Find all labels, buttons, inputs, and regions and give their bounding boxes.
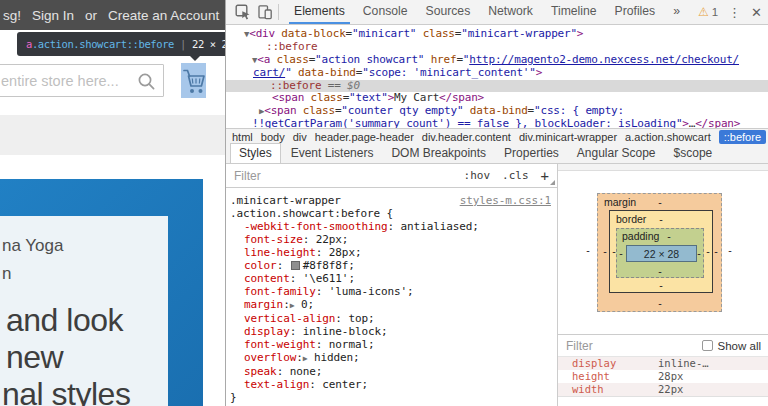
tree-row[interactable]: ▼<div data-block="minicart" class="minic… [226,28,768,41]
toggle-hover-state-button[interactable]: :hov [464,169,491,182]
stylesheet-link[interactable]: styles-m.css:1 [460,194,551,207]
expand-arrow-icon[interactable]: ▶ [290,301,295,310]
sidebar-tab-eventlisteners[interactable]: Event Listeners [283,144,382,163]
sidebar-tab-properties[interactable]: Properties [496,144,567,163]
tooltip-selector: .action.showcart::before [32,38,174,50]
color-swatch[interactable] [291,261,300,270]
style-property[interactable]: vertical-align: top; [230,312,553,325]
styles-filter-row: Filter :hov .cls + [226,164,557,188]
show-all-checkbox[interactable] [702,340,713,351]
sidebar-tab-angularscope[interactable]: Angular Scope [569,144,664,163]
device-toolbar-icon[interactable] [254,0,276,24]
toggle-class-button[interactable]: .cls [502,169,529,182]
tab-[interactable]: » [664,0,689,24]
breadcrumb-item[interactable]: div [293,131,307,143]
styles-filter-input[interactable]: Filter [234,169,261,183]
computed-row[interactable]: displayinline-… [558,357,768,370]
new-style-rule-button[interactable]: + [541,168,549,184]
screenshot-root: sg! Sign In or Create an Account a.actio… [0,0,768,406]
breadcrumb-item[interactable]: body [261,131,285,143]
padding-right-dash[interactable]: - [697,247,701,259]
css-selector-line2[interactable]: .action.showcart:before { [230,207,553,220]
welcome-text: sg! [3,8,21,23]
computed-row[interactable]: height28px [558,370,768,383]
devtools-close-icon[interactable]: ✕ [751,5,762,20]
position-right-dash[interactable]: - [728,244,732,256]
create-account-link[interactable]: Create an Account [108,8,219,23]
page-topbar: sg! Sign In or Create an Account [0,0,225,30]
expand-arrow-icon[interactable]: ▶ [303,354,308,363]
margin-left-dash[interactable]: - [603,245,607,257]
tab-console[interactable]: Console [354,0,417,24]
box-model-content[interactable]: 22 × 28 [626,245,697,262]
border-right-dash[interactable]: - [706,245,710,257]
tab-sources[interactable]: Sources [417,0,480,24]
margin-top-dash[interactable]: - [658,196,662,208]
tree-row[interactable]: ▼<a class="action showcart" href="http:/… [226,54,768,67]
search-icon[interactable] [137,72,156,91]
devtools-panel: ElementsConsoleSourcesNetworkTimelinePro… [225,0,768,406]
tree-row[interactable]: cart/" data-bind="scope: 'minicart_conte… [226,67,768,80]
tree-row[interactable]: !!getCartParam('summary_count') == false… [226,118,768,128]
style-property[interactable]: font-family: 'luma-icons'; [230,285,553,298]
tree-row[interactable]: ::before [226,41,768,54]
styles-pane: Filter :hov .cls + .minicart-wrapper sty… [226,164,557,406]
tree-row[interactable]: ▶<span class="counter qty empty" data-bi… [226,105,768,118]
padding-bottom-dash[interactable]: - [658,265,662,277]
style-property[interactable]: speak: none; [230,365,553,378]
tree-row[interactable]: ::before == $0 [226,80,768,93]
computed-row[interactable]: width22px [558,383,768,396]
style-property[interactable]: overflow:▶ hidden; [230,351,553,365]
console-warning-badge[interactable]: ⚠ 1 [698,5,718,19]
border-top-dash[interactable]: - [659,213,663,225]
tab-timeline[interactable]: Timeline [542,0,606,24]
search-input[interactable] [1,65,131,96]
border-label: border [616,213,646,225]
style-property[interactable]: color: #8f8f8f; [230,259,553,272]
minicart-highlight[interactable] [181,63,206,98]
tab-profiles[interactable]: Profiles [606,0,665,24]
css-selector-line1[interactable]: .minicart-wrapper [230,194,460,207]
resize-grip[interactable] [550,180,555,185]
sign-in-link[interactable]: Sign In [32,8,74,23]
elements-breadcrumb: htmlbodydivheader.page-headerdiv.header.… [226,128,768,144]
browser-page: sg! Sign In or Create an Account a.actio… [0,0,225,406]
tab-network[interactable]: Network [479,0,542,24]
sidebar-tab-styles[interactable]: Styles [230,143,281,163]
hero-panel: na Yoga n and look new nal styles [0,216,168,406]
breadcrumb-item[interactable]: a.action.showcart [625,131,711,143]
padding-left-dash[interactable]: - [619,247,623,259]
computed-filter-input[interactable]: Filter [566,339,593,353]
padding-top-dash[interactable]: - [667,230,671,242]
show-all-toggle[interactable]: Show all [702,340,761,352]
style-property[interactable]: font-size: 22px; [230,233,553,246]
margin-bottom-dash[interactable]: - [658,297,662,309]
style-property[interactable]: display: inline-block; [230,325,553,338]
style-property[interactable]: -webkit-font-smoothing: antialiased; [230,220,553,233]
style-property[interactable]: font-weight: normal; [230,338,553,351]
style-property[interactable]: text-align: center; [230,378,553,391]
css-close-brace: } [230,391,553,404]
hero-subtitle-line1: na Yoga [2,236,63,256]
devtools-toolbar: ElementsConsoleSourcesNetworkTimelinePro… [226,0,768,25]
breadcrumb-item[interactable]: div.header.content [422,131,511,143]
hero-subtitle-line2: n [2,264,11,284]
border-bottom-dash[interactable]: - [659,279,663,291]
sidebar-tab-dombreakpoints[interactable]: DOM Breakpoints [383,144,494,163]
cart-icon [183,67,205,95]
margin-right-dash[interactable]: - [714,245,718,257]
breadcrumb-item[interactable]: div.minicart-wrapper [519,131,617,143]
position-left-dash[interactable]: - [586,244,590,256]
style-property[interactable]: line-height: 28px; [230,246,553,259]
tree-row[interactable]: <span class="text">My Cart</span> [226,92,768,105]
style-property[interactable]: content: '\e611'; [230,272,553,285]
breadcrumb-item[interactable]: html [232,131,253,143]
breadcrumb-item[interactable]: header.page-header [315,131,414,143]
tab-elements[interactable]: Elements [285,0,354,24]
devtools-menu-icon[interactable]: ⋮ [728,5,741,20]
computed-filter-row: Filter Show all [558,335,768,357]
breadcrumb-item[interactable]: ::before [719,130,766,144]
sidebar-tab-$scope[interactable]: $scope [666,144,721,163]
style-property[interactable]: margin:▶ 0; [230,298,553,312]
inspect-element-icon[interactable] [232,0,254,24]
